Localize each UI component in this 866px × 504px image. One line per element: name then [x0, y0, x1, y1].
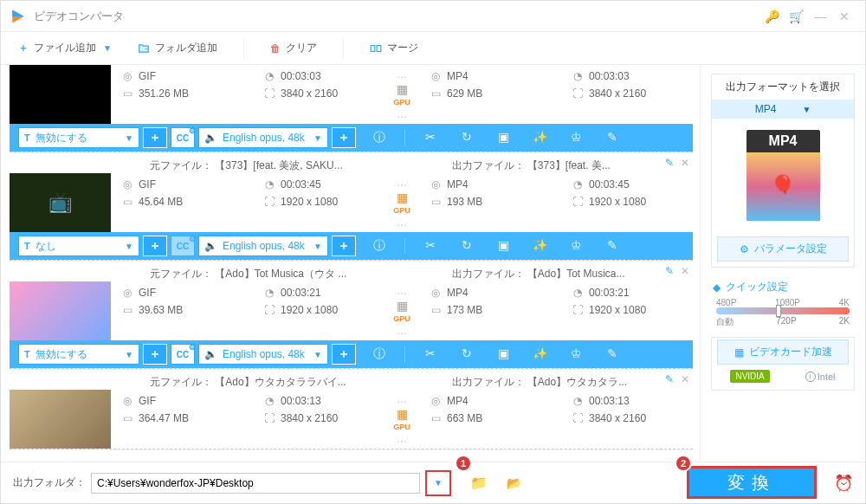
open-output-icon[interactable]: 📂	[507, 476, 521, 490]
gpu-label: GPU	[393, 98, 410, 107]
cut-icon[interactable]: ✂	[419, 130, 442, 145]
src-format: GIF	[139, 70, 156, 82]
thumbnail[interactable]: 📺	[10, 173, 111, 232]
size-icon: ▭	[121, 87, 133, 100]
format-icon: ◎	[121, 287, 133, 299]
dst-format: MP4	[447, 178, 469, 191]
chevron-down-icon: ▼	[313, 242, 322, 251]
dst-resolution: 3840 x 2160	[589, 87, 646, 100]
add-file-button[interactable]: ＋ ファイル追加 ▼	[18, 41, 112, 55]
effect-icon[interactable]: ✨	[528, 130, 551, 145]
scheduler-icon[interactable]: ⏰	[834, 474, 853, 493]
output-folder-dropdown[interactable]: ▼	[425, 470, 451, 496]
gpu-accel-button[interactable]: ▦ ビデオカード加速	[717, 339, 849, 365]
subtitle-icon: T	[24, 349, 30, 359]
resolution-icon: ⛶	[572, 304, 584, 316]
edit-icon[interactable]: ✎	[601, 346, 624, 362]
crop-icon[interactable]: ▣	[492, 130, 514, 145]
audio-selector[interactable]: 🔈 English opus, 48k ▼	[198, 127, 328, 148]
clock-icon: ◔	[572, 178, 584, 191]
quality-slider[interactable]: 480P 1080P 4K 自動 720P 2K	[711, 298, 855, 328]
slider-handle[interactable]	[776, 305, 781, 317]
params-button[interactable]: ⚙ パラメータ設定	[717, 236, 849, 262]
key-icon[interactable]: 🔑	[759, 10, 784, 23]
size-icon: ▭	[121, 412, 133, 424]
src-resolution: 3840 x 2160	[281, 412, 338, 424]
close-button[interactable]: ✕	[832, 10, 856, 23]
minimize-button[interactable]: —	[808, 10, 832, 23]
edit-icon[interactable]: ✎	[665, 373, 674, 385]
dst-resolution: 1920 x 1080	[589, 196, 646, 208]
thumbnail[interactable]	[10, 390, 111, 449]
add-subtitle-button[interactable]: ＋	[143, 344, 167, 365]
dst-size: 173 MB	[447, 304, 482, 316]
add-audio-button[interactable]: ＋	[332, 236, 356, 256]
convert-button[interactable]: 変換	[687, 466, 817, 499]
thumbnail[interactable]	[10, 65, 111, 124]
rotate-icon[interactable]: ↻	[456, 238, 478, 254]
nvidia-logo: NVIDIA	[730, 370, 769, 383]
cut-icon[interactable]: ✂	[419, 346, 442, 362]
effect-icon[interactable]: ✨	[528, 346, 551, 362]
output-folder-input[interactable]	[91, 473, 420, 494]
edit-icon[interactable]: ✎	[665, 157, 674, 169]
resolution-icon: ⛶	[263, 196, 275, 208]
cc-button[interactable]: CС⚙	[171, 236, 195, 256]
info-icon[interactable]: ⓘ	[368, 346, 391, 362]
gpu-chip-icon: ▦	[397, 407, 408, 421]
resolution-icon: ⛶	[572, 412, 584, 424]
src-duration: 00:03:13	[281, 395, 321, 407]
folder-open-icon[interactable]: 📁	[470, 475, 488, 491]
resolution-icon: ⛶	[572, 196, 584, 208]
rotate-icon[interactable]: ↻	[456, 130, 478, 145]
track-toolbar: T なし ▼ ＋ CС⚙ 🔈 English opus, 48k ▼ ＋ ⓘ ✂…	[10, 232, 693, 260]
effect-icon[interactable]: ✨	[528, 238, 551, 254]
add-audio-button[interactable]: ＋	[332, 344, 356, 365]
subtitle-selector[interactable]: T なし ▼	[18, 236, 139, 256]
merge-button[interactable]: マージ	[370, 41, 418, 55]
dst-title: 出力ファイル： 【373】[feat. 美...	[452, 158, 685, 173]
clear-button[interactable]: 🗑 クリア	[270, 41, 317, 55]
chevron-down-icon[interactable]: ▼	[103, 43, 112, 53]
crop-icon[interactable]: ▣	[492, 238, 514, 254]
cc-button[interactable]: CС⚙	[171, 127, 195, 148]
cut-icon[interactable]: ✂	[419, 238, 442, 254]
remove-icon[interactable]: ✕	[681, 157, 689, 169]
chevron-down-icon: ▼	[313, 350, 322, 359]
params-label: パラメータ設定	[754, 242, 827, 256]
crop-icon[interactable]: ▣	[492, 346, 514, 362]
intel-logo: iIntel	[805, 372, 836, 382]
subtitle-selector[interactable]: T 無効にする ▼	[18, 344, 139, 365]
subtitle-selector[interactable]: T 無効にする ▼	[18, 127, 139, 148]
audio-selector[interactable]: 🔈 English opus, 48k ▼	[198, 344, 328, 365]
watermark-icon[interactable]: ♔	[565, 130, 587, 145]
rotate-icon[interactable]: ↻	[456, 346, 478, 362]
edit-icon[interactable]: ✎	[601, 130, 624, 145]
add-audio-button[interactable]: ＋	[332, 127, 356, 148]
add-subtitle-button[interactable]: ＋	[143, 127, 167, 148]
add-folder-button[interactable]: + フォルダ追加	[138, 41, 217, 55]
watermark-icon[interactable]: ♔	[565, 346, 587, 362]
watermark-icon[interactable]: ♔	[565, 238, 587, 254]
size-icon: ▭	[121, 196, 133, 208]
format-thumbnail[interactable]: MP4 🎈	[712, 119, 854, 231]
edit-icon[interactable]: ✎	[665, 265, 674, 277]
cart-icon[interactable]: 🛒	[784, 10, 808, 23]
src-format: GIF	[139, 287, 156, 299]
cc-button[interactable]: CС⚙	[171, 344, 195, 365]
plus-icon: ＋	[18, 41, 29, 55]
remove-icon[interactable]: ✕	[681, 265, 689, 277]
add-subtitle-button[interactable]: ＋	[143, 236, 167, 256]
output-format-selector[interactable]: MP4 ▼	[712, 100, 854, 119]
edit-icon[interactable]: ✎	[601, 238, 624, 254]
thumbnail[interactable]	[10, 281, 111, 340]
quick-settings-title: ◆ クイック設定	[711, 276, 855, 298]
remove-icon[interactable]: ✕	[681, 373, 689, 385]
gpu-label: GPU	[393, 314, 410, 323]
info-icon[interactable]: ⓘ	[368, 130, 391, 145]
resolution-icon: ⛶	[263, 304, 275, 316]
list-item: 元ファイル： 【373】[feat. 美波, SAKU... 出力ファイル： 【…	[10, 153, 693, 262]
audio-selector[interactable]: 🔈 English opus, 48k ▼	[198, 236, 328, 256]
info-icon[interactable]: ⓘ	[368, 238, 391, 254]
gpu-chip-icon: ▦	[397, 82, 408, 96]
